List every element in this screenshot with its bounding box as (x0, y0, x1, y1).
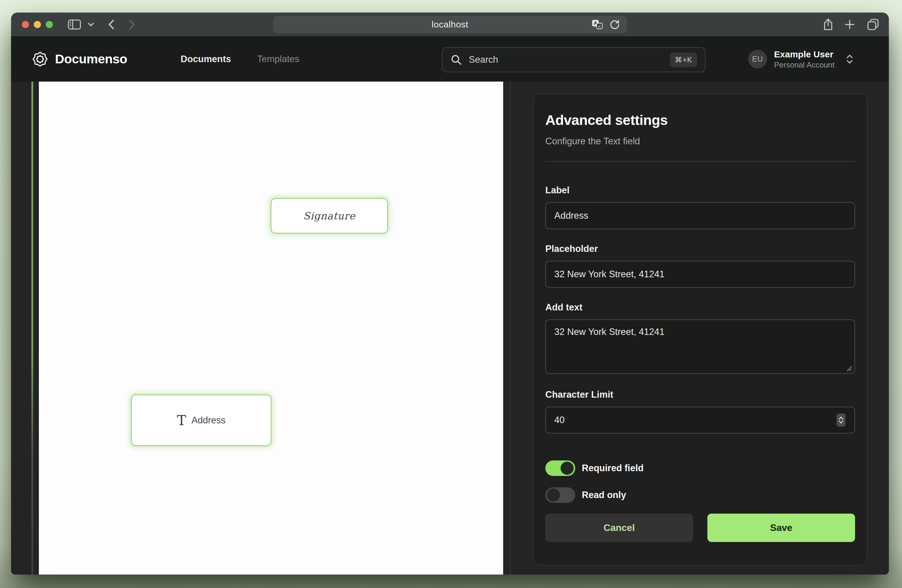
text-field[interactable]: T Address (131, 394, 271, 446)
tab-overview-icon[interactable] (866, 13, 880, 36)
save-button[interactable]: Save (707, 514, 855, 542)
search-placeholder: Search (469, 55, 663, 65)
translate-icon[interactable]: A ✕ (592, 19, 603, 30)
required-field-toggle[interactable] (545, 460, 575, 476)
panel-divider-line (510, 81, 511, 575)
sidebar-toggle-icon[interactable] (67, 13, 81, 36)
forward-button-icon[interactable] (127, 13, 137, 36)
document-page: Signature T Address (39, 81, 503, 575)
browser-toolbar: localhost A ✕ (11, 13, 889, 36)
sidebar-chevron-down-icon[interactable] (86, 13, 96, 36)
character-limit-input[interactable] (545, 407, 855, 433)
read-only-toggle[interactable] (545, 487, 575, 503)
nav-templates[interactable]: Templates (257, 54, 299, 64)
resize-handle-icon[interactable] (846, 365, 852, 371)
text-type-icon: T (177, 413, 186, 427)
panel-actions: Cancel Save (545, 514, 855, 542)
signature-field[interactable]: Signature (271, 198, 388, 234)
minimize-window-button[interactable] (34, 21, 41, 28)
documenso-logo-icon (32, 51, 49, 67)
user-menu[interactable]: EU Example User Personal Account (749, 49, 853, 70)
svg-text:✕: ✕ (598, 25, 601, 29)
brand[interactable]: Documenso (32, 51, 127, 67)
search-icon (450, 54, 462, 66)
toggle-knob (561, 461, 574, 475)
chevron-up-down-icon (846, 54, 853, 64)
share-icon[interactable] (821, 13, 835, 36)
reload-icon[interactable] (609, 19, 620, 30)
screen: localhost A ✕ (0, 0, 902, 588)
user-name: Example User (774, 49, 835, 60)
avatar: EU (749, 50, 767, 69)
advanced-settings-panel: Advanced settings Configure the Text fie… (533, 93, 868, 566)
recipient-color-rail (31, 81, 33, 575)
cancel-button[interactable]: Cancel (545, 514, 693, 542)
toggle-knob (547, 488, 560, 502)
required-field-label: Required field (582, 463, 644, 474)
brand-name: Documenso (55, 52, 127, 66)
browser-window: localhost A ✕ (11, 13, 889, 575)
zoom-window-button[interactable] (46, 21, 53, 28)
url-text: localhost (432, 19, 468, 30)
panel-subtitle: Configure the Text field (545, 136, 855, 147)
character-limit-label: Character Limit (545, 389, 855, 400)
text-field-label: Address (191, 415, 226, 426)
label-input[interactable] (545, 202, 855, 229)
placeholder-input[interactable] (545, 261, 855, 288)
main-area: Signature T Address Advanced settings Co… (11, 81, 889, 575)
app-header: Documenso Documents Templates Search ⌘+K… (11, 36, 889, 81)
close-window-button[interactable] (22, 21, 29, 28)
required-field-row: Required field (545, 460, 855, 476)
search-shortcut-badge: ⌘+K (670, 53, 697, 67)
placeholder-field-label: Placeholder (545, 244, 855, 254)
number-stepper[interactable] (836, 413, 846, 427)
address-bar[interactable]: localhost A ✕ (273, 16, 626, 33)
label-field-label: Label (545, 185, 855, 196)
signature-field-label: Signature (303, 210, 355, 222)
new-tab-icon[interactable] (843, 13, 857, 36)
traffic-lights (22, 13, 53, 36)
search-input[interactable]: Search ⌘+K (442, 47, 706, 72)
divider (545, 161, 855, 162)
user-account: Personal Account (774, 60, 835, 70)
nav-documents[interactable]: Documents (180, 54, 231, 64)
address-bar-icons: A ✕ (592, 16, 620, 33)
read-only-label: Read only (582, 490, 626, 500)
read-only-row: Read only (545, 487, 855, 503)
add-text-textarea[interactable] (545, 319, 855, 374)
add-text-field-label: Add text (545, 302, 855, 313)
back-button-icon[interactable] (106, 13, 116, 36)
panel-title: Advanced settings (545, 112, 855, 128)
